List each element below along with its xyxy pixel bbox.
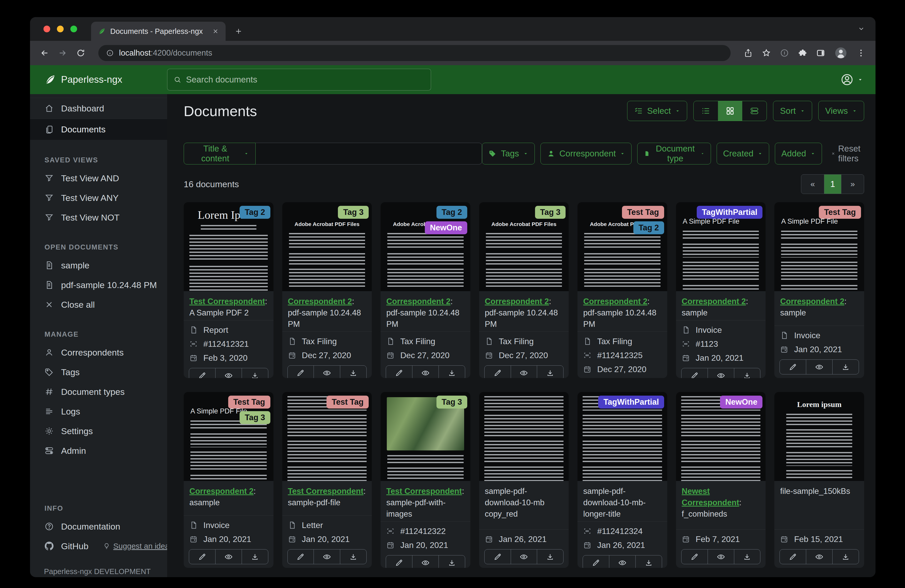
document-title[interactable]: Correspondent 2: sample	[774, 291, 864, 320]
site-info-icon[interactable]	[106, 49, 114, 57]
document-thumbnail[interactable]: Adobe Acrobat PDF Files Test TagTag 2	[578, 202, 667, 291]
tag-badge[interactable]: Test Tag	[622, 206, 664, 219]
correspondent-link[interactable]: Correspondent 2	[583, 297, 647, 306]
browser-profile-button[interactable]	[834, 46, 848, 60]
document-thumbnail[interactable]: Adobe Acrobat PDF Files Tag 2NewOne	[381, 202, 470, 291]
document-thumbnail[interactable]: Test Tag	[282, 392, 372, 481]
document-thumbnail[interactable]: Adobe Acrobat PDF Files Tag 3	[282, 202, 372, 291]
sidebar-item-test-view-any[interactable]: Test View ANY	[30, 188, 167, 208]
sidebar-item-correspondents[interactable]: Correspondents	[30, 342, 167, 362]
tag-badge[interactable]: Tag 2	[634, 221, 664, 234]
edit-button[interactable]	[681, 368, 708, 378]
tab-search-button[interactable]	[857, 25, 865, 33]
sidebar-item-documents[interactable]: Documents	[30, 119, 167, 140]
created-filter-button[interactable]: Created	[717, 143, 769, 165]
sidebar-item-document-types[interactable]: Document types	[30, 382, 167, 402]
view-button[interactable]	[215, 368, 241, 378]
edit-button[interactable]	[288, 366, 314, 378]
edit-button[interactable]	[386, 555, 412, 568]
document-title[interactable]: Correspondent 2: asample	[184, 481, 273, 510]
download-button[interactable]	[340, 550, 366, 564]
document-title[interactable]: Correspondent 2: sample	[676, 291, 766, 320]
document-thumbnail[interactable]: Lorem Ipsum Tag 2	[184, 202, 273, 291]
sidebar-item-test-view-not[interactable]: Test View NOT	[30, 208, 167, 227]
close-tab-icon[interactable]	[212, 28, 219, 35]
correspondent-link[interactable]: Test Correspondent	[386, 487, 462, 496]
document-title[interactable]: Correspondent 2: pdf-sample 10.24.48 PM	[381, 291, 470, 331]
view-button[interactable]	[215, 550, 241, 564]
tag-badge[interactable]: Test Tag	[327, 396, 369, 409]
tag-badge[interactable]: Tag 3	[240, 411, 270, 424]
edit-button[interactable]	[780, 360, 806, 374]
document-thumbnail[interactable]: TagWithPartial	[578, 392, 667, 481]
view-grid-button[interactable]	[718, 101, 742, 121]
filter-field-dropdown[interactable]: Title & content	[184, 143, 256, 165]
view-button[interactable]	[314, 366, 340, 378]
correspondent-link[interactable]: Correspondent 2	[189, 487, 254, 496]
maximize-window-button[interactable]	[70, 25, 77, 32]
edit-button[interactable]	[288, 550, 314, 564]
download-button[interactable]	[734, 368, 761, 378]
view-button[interactable]	[609, 555, 635, 568]
download-button[interactable]	[438, 555, 465, 568]
sidebar-item-admin[interactable]: Admin	[30, 441, 167, 461]
sidebar-open-doc-pdf-sample[interactable]: pdf-sample 10.24.48 PM	[30, 275, 167, 295]
view-button[interactable]	[511, 366, 537, 378]
sidebar-item-github[interactable]: GitHub Suggest an idea	[30, 536, 167, 556]
current-page-button[interactable]: 1	[824, 174, 841, 194]
document-title[interactable]: file-sample_150kBs	[774, 481, 864, 499]
document-title[interactable]: Correspondent 2: pdf-sample 10.24.48 PM	[479, 291, 569, 331]
tag-badge[interactable]: Test Tag	[819, 206, 861, 219]
document-title[interactable]: Correspondent 2: pdf-sample 10.24.48 PM	[578, 291, 667, 331]
edit-button[interactable]	[189, 368, 215, 378]
download-button[interactable]	[832, 360, 859, 374]
view-button[interactable]	[314, 550, 340, 564]
edit-button[interactable]	[583, 555, 609, 568]
suggest-idea-link[interactable]: Suggest an idea	[103, 542, 167, 550]
document-title[interactable]: Correspondent 2: pdf-sample 10.24.48 PM	[282, 291, 372, 331]
correspondent-link[interactable]: Correspondent 2	[682, 297, 746, 306]
side-panel-button[interactable]	[816, 48, 825, 58]
edit-button[interactable]	[780, 550, 806, 564]
document-thumbnail[interactable]: A Simple PDF File Test TagTag 3	[184, 392, 273, 481]
download-button[interactable]	[635, 555, 662, 568]
document-title[interactable]: Test Correspondent: sample-pdf-with-imag…	[381, 481, 470, 521]
view-button[interactable]	[412, 555, 438, 568]
view-button[interactable]	[806, 360, 832, 374]
tag-badge[interactable]: Tag 3	[338, 206, 369, 219]
edit-button[interactable]	[189, 550, 215, 564]
download-button[interactable]	[438, 366, 465, 378]
view-list-button[interactable]	[694, 101, 718, 121]
download-button[interactable]	[832, 550, 859, 564]
select-button[interactable]: Select	[627, 101, 687, 121]
document-thumbnail[interactable]: Adobe Acrobat PDF Files Tag 3	[479, 202, 569, 291]
views-button[interactable]: Views	[818, 101, 864, 121]
correspondent-link[interactable]: Test Correspondent	[288, 487, 364, 496]
view-button[interactable]	[708, 550, 734, 564]
tag-badge[interactable]: Tag 2	[240, 206, 270, 219]
document-thumbnail[interactable]: A Simple PDF File TagWithPartial	[676, 202, 766, 291]
reload-button[interactable]	[76, 48, 86, 58]
tag-badge[interactable]: NewOne	[720, 396, 762, 409]
prev-page-button[interactable]: «	[801, 174, 824, 194]
tag-badge[interactable]: NewOne	[425, 221, 467, 234]
edit-button[interactable]	[484, 550, 511, 564]
document-thumbnail[interactable]: Tag 3	[381, 392, 470, 481]
view-detail-button[interactable]	[742, 101, 767, 121]
suggest-idea-label[interactable]: Suggest an idea	[113, 542, 167, 550]
document-title[interactable]: Test Correspondent: A Sample PDF 2	[184, 291, 273, 320]
document-thumbnail[interactable]: NewOne	[676, 392, 766, 481]
view-button[interactable]	[708, 368, 734, 378]
reset-filters-button[interactable]: Reset filters	[831, 144, 864, 163]
tag-badge[interactable]: Tag 2	[437, 206, 467, 219]
new-tab-button[interactable]	[234, 22, 243, 41]
correspondent-filter-button[interactable]: Correspondent	[540, 143, 632, 165]
sort-button[interactable]: Sort	[773, 101, 812, 121]
forward-button[interactable]	[58, 48, 67, 58]
tag-badge[interactable]: Tag 3	[437, 396, 467, 409]
address-bar[interactable]: localhost:4200/documents	[98, 45, 730, 61]
correspondent-link[interactable]: Correspondent 2	[485, 297, 549, 306]
share-button[interactable]	[743, 48, 753, 58]
correspondent-link[interactable]: Test Correspondent	[189, 297, 265, 306]
close-window-button[interactable]	[43, 25, 50, 32]
